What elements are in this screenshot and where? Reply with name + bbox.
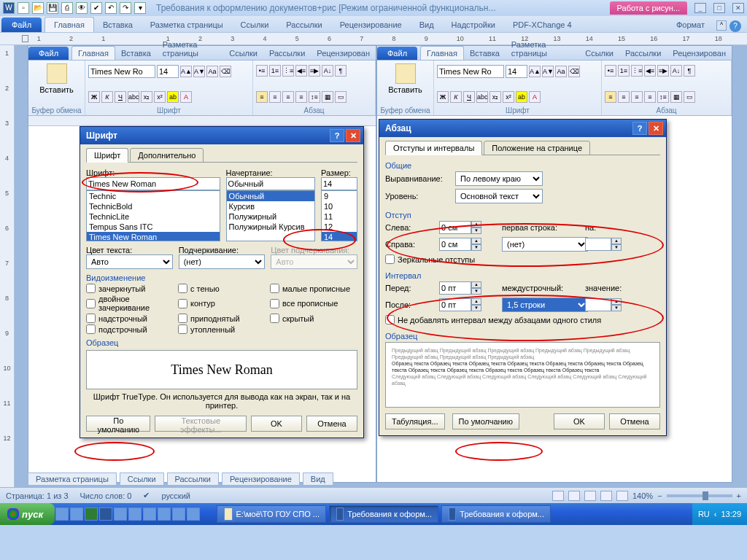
file-tab[interactable]: Файл	[1, 18, 42, 32]
paste-button-r[interactable]: Вставить	[380, 62, 430, 96]
line-spacing-select[interactable]: 1,5 строки	[502, 298, 588, 312]
tab-pdf[interactable]: PDF-XChange 4	[504, 18, 581, 32]
bullets-icon[interactable]: •≡	[256, 65, 268, 77]
status-zoom[interactable]: 140%	[632, 491, 653, 500]
view-draft-icon[interactable]	[616, 491, 628, 501]
tab-layout[interactable]: Разметка страницы	[142, 18, 232, 32]
style-input[interactable]	[226, 177, 315, 190]
print-icon[interactable]: ⎙	[61, 2, 73, 14]
chk-shadow[interactable]: с тенью	[178, 284, 266, 293]
change-case-icon[interactable]: Aa	[206, 66, 218, 77]
tab-view[interactable]: Вид	[411, 18, 443, 32]
multilevel-icon-r[interactable]: ⋮≡	[631, 65, 643, 77]
font-color-icon[interactable]: A	[180, 91, 192, 103]
line-value-spin[interactable]: ▲▼	[585, 298, 629, 311]
inner-tab-mail-r[interactable]: Рассылки	[619, 47, 667, 60]
view-print-icon[interactable]	[552, 491, 564, 501]
font-size-combo[interactable]	[157, 65, 179, 78]
chk-allcaps[interactable]: все прописные	[270, 295, 357, 312]
inner-file-tab-r[interactable]: Файл	[377, 47, 417, 60]
tray-clock[interactable]: 13:29	[721, 510, 741, 518]
superscript-icon-r[interactable]: x²	[503, 91, 514, 103]
font-listbox[interactable]: Technic TechnicBold TechnicLite Tempus S…	[86, 190, 220, 241]
status-lang[interactable]: русский	[161, 491, 190, 500]
inner-file-tab[interactable]: Файл	[28, 47, 69, 60]
ql-desktop-icon[interactable]	[55, 508, 69, 521]
minimize-button[interactable]: _	[694, 3, 706, 13]
para-cancel-button[interactable]: Отмена	[609, 413, 660, 429]
bold-icon[interactable]: Ж	[88, 91, 100, 103]
sort-icon[interactable]: A↓	[322, 65, 333, 77]
clear-format-icon-r[interactable]: ⌫	[568, 66, 580, 77]
shrink-font-icon[interactable]: A▼	[193, 66, 205, 77]
view-read-icon[interactable]	[568, 491, 580, 501]
font-cancel-button[interactable]: Отмена	[306, 416, 357, 432]
task-word2[interactable]: Требования к оформ...	[441, 505, 551, 523]
chk-no-space[interactable]: Не добавлять интервал между абзацами одн…	[385, 315, 660, 324]
chk-smallcaps[interactable]: малые прописные	[270, 284, 357, 293]
btab-refs[interactable]: Ссылки	[120, 472, 164, 486]
font-name-combo[interactable]	[88, 65, 155, 78]
chk-dstrike[interactable]: двойное зачеркивание	[86, 295, 174, 312]
ql-app4-icon[interactable]	[158, 508, 171, 521]
inner-tab-review-r[interactable]: Рецензирован	[667, 47, 732, 60]
align-center-icon-r[interactable]: ≡	[618, 91, 630, 103]
bold-icon-r[interactable]: Ж	[437, 91, 449, 103]
strike-icon[interactable]: abc	[128, 91, 139, 103]
shading-icon-r[interactable]: ▦	[670, 91, 682, 103]
shading-icon[interactable]: ▦	[322, 91, 333, 103]
size-listbox[interactable]: 9 10 11 12 14	[321, 190, 357, 241]
undo-icon[interactable]: ↶	[105, 2, 117, 14]
space-after-spin[interactable]: ▲▼	[439, 298, 492, 311]
para-tab-position[interactable]: Положение на странице	[484, 141, 590, 155]
align-right-icon-r[interactable]: ≡	[631, 91, 643, 103]
tabs-button[interactable]: Табуляция...	[385, 413, 445, 429]
first-line-select[interactable]: (нет)	[502, 237, 588, 252]
dialog-help-icon[interactable]: ?	[330, 129, 344, 142]
size-input[interactable]	[321, 177, 357, 190]
align-select[interactable]: По левому краю	[455, 171, 543, 186]
task-word1[interactable]: Требования к оформ...	[329, 505, 438, 523]
line-spacing-icon[interactable]: ↕≡	[309, 91, 320, 103]
align-center-icon[interactable]: ≡	[269, 91, 281, 103]
ql-app1-icon[interactable]	[114, 508, 127, 521]
default-button[interactable]: По умолчанию	[86, 416, 150, 432]
font-color-icon-r[interactable]: A	[529, 91, 541, 103]
chk-mirror[interactable]: Зеркальные отступы	[385, 254, 660, 264]
dialog-close-icon[interactable]: ✕	[346, 129, 360, 142]
open-icon[interactable]: 📂	[32, 2, 44, 14]
new-icon[interactable]: ▫	[18, 2, 29, 14]
font-input[interactable]	[86, 177, 220, 190]
spell-icon[interactable]: ✔	[90, 2, 102, 14]
borders-icon-r[interactable]: ▭	[684, 91, 695, 103]
font-name-combo-r[interactable]	[437, 65, 504, 78]
inner-tab-refs[interactable]: Ссылки	[223, 47, 263, 60]
para-tab-indents[interactable]: Отступы и интервалы	[385, 141, 482, 155]
help-icon[interactable]: ?	[729, 20, 741, 32]
save-icon[interactable]: 💾	[47, 2, 58, 14]
btab-mail[interactable]: Рассылки	[167, 472, 219, 486]
tab-selector[interactable]	[22, 35, 28, 42]
para-close-icon[interactable]: ✕	[649, 122, 663, 135]
align-left-icon[interactable]: ≡	[256, 91, 268, 103]
line-spacing-icon-r[interactable]: ↕≡	[657, 91, 669, 103]
numbering-icon-r[interactable]: 1≡	[618, 65, 630, 77]
tab-addins[interactable]: Надстройки	[443, 18, 504, 32]
space-before-spin[interactable]: ▲▼	[439, 281, 492, 295]
tab-review[interactable]: Рецензирование	[331, 18, 411, 32]
ql-app6-icon[interactable]	[187, 508, 200, 521]
font-size-combo-r[interactable]	[506, 65, 527, 78]
status-spell-icon[interactable]: ✔	[143, 491, 150, 500]
redo-icon[interactable]: ↷	[120, 2, 131, 14]
zoom-out-icon[interactable]: −	[657, 491, 662, 500]
numbering-icon[interactable]: 1≡	[269, 65, 281, 77]
inner-tab-insert-r[interactable]: Вставка	[464, 47, 506, 60]
font-tab-font[interactable]: Шрифт	[86, 148, 128, 163]
indent-left-spin[interactable]: ▲▼	[439, 221, 492, 234]
justify-icon[interactable]: ≡	[295, 91, 307, 103]
shrink-font-icon-r[interactable]: A▼	[542, 66, 554, 77]
font-dialog-titlebar[interactable]: Шрифт ? ✕	[80, 127, 363, 144]
more-icon[interactable]: ▾	[134, 2, 146, 14]
chk-emboss[interactable]: приподнятый	[178, 314, 266, 323]
bullets-icon-r[interactable]: •≡	[605, 65, 616, 77]
